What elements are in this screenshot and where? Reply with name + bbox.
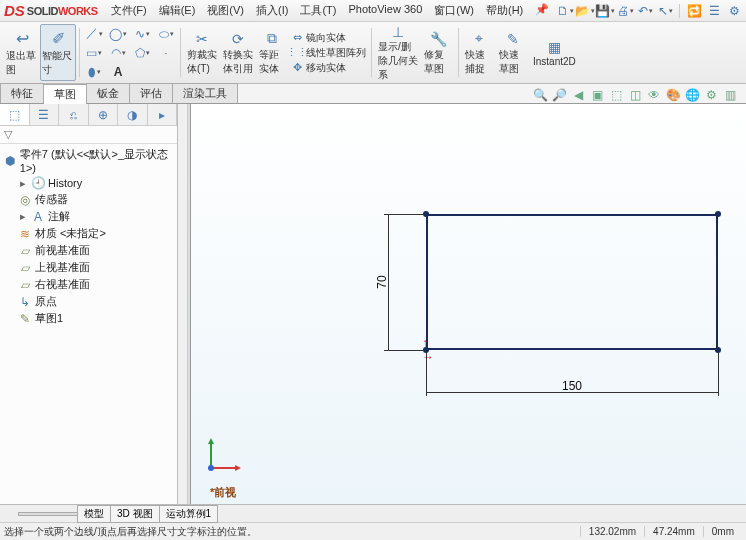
- display-style-icon[interactable]: ◫: [627, 87, 643, 103]
- slot-icon[interactable]: ⬮: [83, 63, 105, 81]
- tree-annotations[interactable]: ▸A注解: [0, 208, 177, 225]
- btm-tab-3dview[interactable]: 3D 视图: [110, 505, 160, 523]
- gear-icon[interactable]: ⚙: [726, 3, 742, 19]
- tree-material[interactable]: ≋材质 <未指定>: [0, 225, 177, 242]
- exit-sketch-button[interactable]: ↩ 退出草图: [4, 24, 40, 81]
- panel-tab-config[interactable]: ⎌: [59, 104, 89, 125]
- circle-icon[interactable]: ◯: [107, 25, 129, 43]
- dim-width-value[interactable]: 150: [562, 379, 582, 393]
- exit-sketch-icon: ↩: [12, 29, 32, 49]
- dim-height-value[interactable]: 70: [375, 275, 389, 288]
- rect-icon[interactable]: ▭: [83, 44, 105, 62]
- tree-top-plane[interactable]: ▱上视基准面: [0, 259, 177, 276]
- tree-front-plane[interactable]: ▱前视基准面: [0, 242, 177, 259]
- tree-material-label: 材质 <未指定>: [35, 226, 106, 241]
- display-relations-button[interactable]: ⊥ 显示/删除几何关系: [375, 24, 421, 81]
- open-icon[interactable]: 📂: [577, 3, 593, 19]
- tab-features[interactable]: 特征: [0, 83, 44, 103]
- offset-button[interactable]: ⧉ 等距实体: [256, 24, 288, 81]
- menu-insert[interactable]: 插入(I): [251, 1, 293, 20]
- view-settings-icon[interactable]: ⚙: [703, 87, 719, 103]
- repair-sketch-button[interactable]: 🔧 修复草图: [421, 24, 455, 81]
- tree-top-label: 上视基准面: [35, 260, 90, 275]
- rapid-sketch-button[interactable]: ✎ 快速草图: [496, 24, 530, 81]
- instant2d-icon: ▦: [545, 38, 563, 56]
- rect-corner-point[interactable]: [715, 211, 721, 217]
- section-view-icon[interactable]: ▣: [589, 87, 605, 103]
- polygon-icon[interactable]: ⬠: [131, 44, 153, 62]
- menu-view[interactable]: 视图(V): [202, 1, 249, 20]
- logo-solid: SOLID: [27, 5, 58, 17]
- graphics-area[interactable]: ↑→ 150 70 *前视: [178, 104, 746, 504]
- instant2d-label: Instant2D: [533, 56, 576, 67]
- app-logo: DS SOLIDWORKS: [4, 2, 98, 19]
- tree-history[interactable]: ▸🕘History: [0, 175, 177, 191]
- linear-pattern-button[interactable]: ⋮⋮线性草图阵列: [288, 46, 368, 60]
- tab-sheetmetal[interactable]: 钣金: [86, 83, 130, 103]
- zoom-area-icon[interactable]: 🔎: [551, 87, 567, 103]
- dim-extension: [426, 352, 427, 396]
- scene-icon[interactable]: 🌐: [684, 87, 700, 103]
- menu-pin-icon[interactable]: 📌: [530, 1, 554, 20]
- view-orient-icon[interactable]: ⬚: [608, 87, 624, 103]
- appearance-icon[interactable]: 🎨: [665, 87, 681, 103]
- smart-dimension-button[interactable]: ✐ 智能尺寸: [40, 24, 76, 81]
- menu-file[interactable]: 文件(F): [106, 1, 152, 20]
- spline-icon[interactable]: ∿: [131, 25, 153, 43]
- rapid-sketch-icon: ✎: [504, 30, 522, 48]
- point-icon[interactable]: ·: [155, 44, 177, 62]
- tab-sketch[interactable]: 草图: [43, 84, 87, 104]
- viewport-icon[interactable]: ▥: [722, 87, 738, 103]
- tree-root[interactable]: ⬢零件7 (默认<<默认>_显示状态 1>): [0, 146, 177, 175]
- annotations-icon: A: [31, 210, 45, 224]
- zoom-fit-icon[interactable]: 🔍: [532, 87, 548, 103]
- trim-button[interactable]: ✂ 剪裁实体(T): [184, 24, 220, 81]
- instant2d-button[interactable]: ▦ Instant2D: [530, 24, 579, 81]
- view-triad[interactable]: [203, 436, 243, 476]
- rebuild-icon[interactable]: 🔁: [686, 3, 702, 19]
- tree-sketch1[interactable]: ✎草图1: [0, 310, 177, 327]
- save-icon[interactable]: 💾: [597, 3, 613, 19]
- arc-icon[interactable]: ◠: [107, 44, 129, 62]
- menu-help[interactable]: 帮助(H): [481, 1, 528, 20]
- quick-snap-button[interactable]: ⌖ 快速捕捉: [462, 24, 496, 81]
- menu-window[interactable]: 窗口(W): [429, 1, 479, 20]
- menu-photoview[interactable]: PhotoView 360: [343, 1, 427, 20]
- move-button[interactable]: ✥移动实体: [288, 61, 368, 75]
- panel-tab-feature-tree[interactable]: ⬚: [0, 104, 30, 125]
- tree-right-plane[interactable]: ▱右视基准面: [0, 276, 177, 293]
- panel-splitter[interactable]: [188, 104, 191, 504]
- tree-origin[interactable]: ↳原点: [0, 293, 177, 310]
- prev-view-icon[interactable]: ◀: [570, 87, 586, 103]
- mirror-button[interactable]: ⇔镜向实体: [288, 31, 368, 45]
- hide-show-icon[interactable]: 👁: [646, 87, 662, 103]
- convert-button[interactable]: ⟳ 转换实体引用: [220, 24, 256, 81]
- snap-icon: ⌖: [470, 30, 488, 48]
- plane-icon: ▱: [18, 261, 32, 275]
- panel-tab-property[interactable]: ☰: [30, 104, 60, 125]
- panel-tab-dimxpert[interactable]: ⊕: [89, 104, 119, 125]
- undo-icon[interactable]: ↶: [637, 3, 653, 19]
- print-icon[interactable]: 🖨: [617, 3, 633, 19]
- bottom-tabs: 模型 3D 视图 运动算例1: [0, 504, 746, 522]
- relations-icon: ⊥: [389, 24, 407, 40]
- menu-tools[interactable]: 工具(T): [295, 1, 341, 20]
- ellipse-icon[interactable]: ⬭: [155, 25, 177, 43]
- sketch-rectangle[interactable]: [426, 214, 718, 350]
- separator: [180, 28, 181, 77]
- options-icon[interactable]: ☰: [706, 3, 722, 19]
- tree-sensors[interactable]: ◎传感器: [0, 191, 177, 208]
- new-doc-icon[interactable]: 🗋: [557, 3, 573, 19]
- panel-tab-display[interactable]: ◑: [118, 104, 148, 125]
- tab-evaluate[interactable]: 评估: [129, 83, 173, 103]
- tree-filter[interactable]: ▽: [0, 126, 177, 144]
- text-icon[interactable]: A: [107, 63, 129, 81]
- panel-tab-more[interactable]: ▸: [148, 104, 178, 125]
- btm-tab-lead[interactable]: [18, 512, 78, 516]
- select-icon[interactable]: ↖: [657, 3, 673, 19]
- menu-edit[interactable]: 编辑(E): [154, 1, 201, 20]
- btm-tab-model[interactable]: 模型: [77, 505, 111, 523]
- line-icon[interactable]: ／: [83, 25, 105, 43]
- btm-tab-motion[interactable]: 运动算例1: [159, 505, 219, 523]
- tab-render[interactable]: 渲染工具: [172, 83, 238, 103]
